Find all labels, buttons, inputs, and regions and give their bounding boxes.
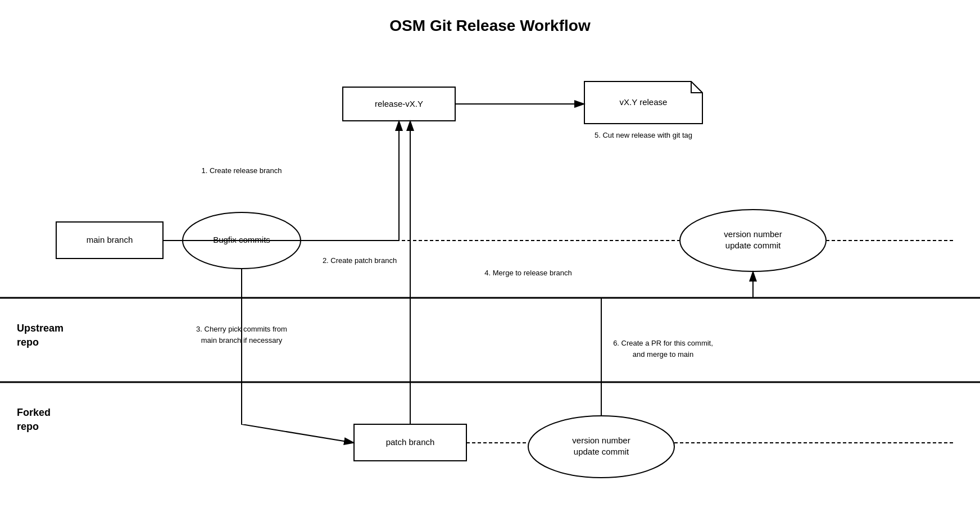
vxy-release-label: vX.Y release <box>620 97 668 107</box>
annotation-1: 1. Create release branch <box>201 166 282 175</box>
annotation-2: 2. Create patch branch <box>323 256 397 265</box>
release-vxy-label: release-vX.Y <box>375 99 423 108</box>
bugfix-commits-label: Bugfix commits <box>213 235 270 244</box>
upstream-label: Upstream <box>17 323 63 334</box>
version-update-forked-label2: update commit <box>574 447 629 456</box>
annotation-5: 5. Cut new release with git tag <box>595 131 692 139</box>
annotation-3-line2: main branch if necessary <box>201 336 283 344</box>
arrow-bugfix-to-patch <box>242 269 354 443</box>
annotation-6-line1: 6. Create a PR for this commit, <box>613 339 713 347</box>
annotation-6-line2: and merge to main <box>633 350 693 359</box>
version-update-upstream-label2: update commit <box>725 241 781 250</box>
annotation-3-line1: 3. Cherry pick commits from <box>196 325 287 333</box>
forked-label-2: repo <box>17 421 39 432</box>
diagram-container: OSM Git Release Workflow Upstream repo F… <box>0 0 980 508</box>
annotation-4: 4. Merge to release branch <box>484 269 571 277</box>
main-branch-label: main branch <box>87 235 133 244</box>
forked-label: Forked <box>17 407 51 418</box>
version-update-upstream-label1: version number <box>724 229 782 239</box>
upstream-label-2: repo <box>17 337 39 348</box>
version-update-forked-label1: version number <box>572 436 630 445</box>
patch-branch-label: patch branch <box>386 437 435 447</box>
